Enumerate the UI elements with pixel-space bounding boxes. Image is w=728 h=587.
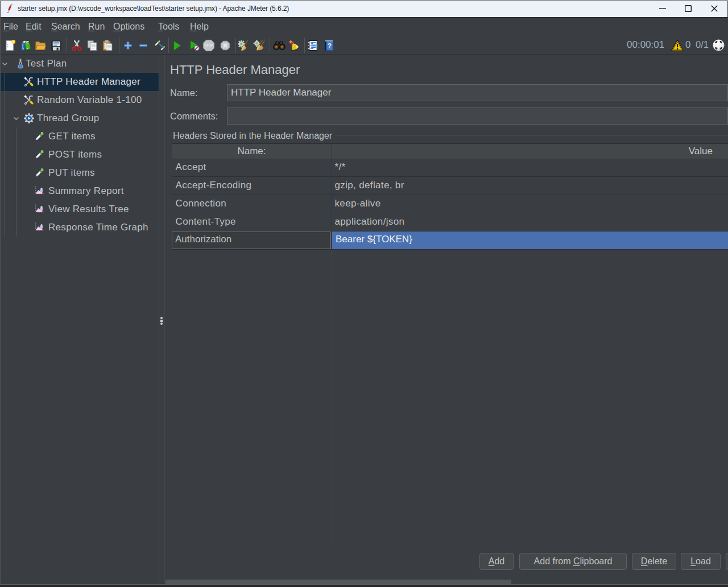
svg-text:?: ?	[328, 42, 332, 50]
svg-text:STOP: STOP	[204, 44, 213, 47]
